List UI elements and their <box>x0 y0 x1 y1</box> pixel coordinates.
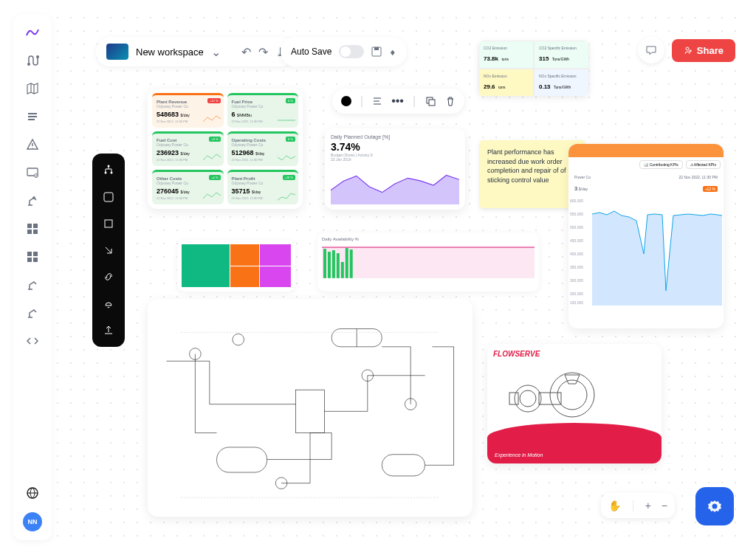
code-icon[interactable] <box>24 332 41 350</box>
robot-arm-icon-2[interactable] <box>24 276 41 294</box>
svg-point-0 <box>27 63 30 66</box>
alert-icon[interactable] <box>24 136 41 154</box>
grid-icon-1[interactable] <box>24 220 41 238</box>
pid-diagram-card[interactable] <box>148 299 472 517</box>
map-icon[interactable] <box>24 80 41 97</box>
kpi-badge: 0 % <box>286 98 295 103</box>
svg-rect-45 <box>382 455 425 476</box>
flowserve-logo: FLOWSERVE <box>487 344 662 364</box>
kpi-value: 236923 <box>157 149 179 156</box>
tool-note-icon[interactable] <box>102 190 115 204</box>
autosave-toggle[interactable] <box>339 45 364 58</box>
valve-drawing <box>502 362 605 428</box>
workspace-selector: New workspace ⌄ ↶ ↷ ⤓ <box>96 37 295 66</box>
em-unit: tons <box>501 57 508 61</box>
robot-arm-icon[interactable] <box>24 192 41 210</box>
svg-text:250,000: 250,000 <box>570 292 583 296</box>
svg-rect-30 <box>341 262 344 278</box>
svg-rect-23 <box>429 100 435 106</box>
pid-diagram <box>152 303 468 512</box>
svg-text:600,000: 600,000 <box>570 199 583 203</box>
em-unit: tons <box>498 85 505 89</box>
flowserve-card[interactable]: FLOWSERVE Experience in Motion <box>487 344 662 463</box>
treemap-card[interactable] <box>177 240 295 292</box>
line-date: 22 Nov 2022, 11:30 PM <box>678 175 718 179</box>
contributing-kpi-pill[interactable]: 📊 Contributing KPIs <box>639 160 682 169</box>
svg-rect-24 <box>322 246 535 278</box>
color-swatch-icon[interactable] <box>341 96 351 106</box>
em-label: NOx Specific Emission <box>539 74 584 78</box>
kpi-tile[interactable]: +4 % Other Costs Odyssey Power Co 276045… <box>152 170 224 204</box>
grid-icon-2[interactable] <box>24 248 41 266</box>
kpi-tile[interactable]: +20 % Plant Profit Odyssey Power Co 3571… <box>227 170 299 204</box>
kpi-unit: $/MMBtu <box>237 113 252 117</box>
robot-arm-icon-3[interactable] <box>24 304 41 322</box>
kpi-card-grid[interactable]: +12 % Plant Revenue Odyssey Power Co 548… <box>148 89 303 209</box>
tool-link-icon[interactable] <box>102 270 115 283</box>
outage-card[interactable]: Daily Planned Outage [%] 3.74% Budget (S… <box>325 128 465 210</box>
kpi-tile[interactable]: +12 % Plant Revenue Odyssey Power Co 548… <box>152 93 224 128</box>
affected-kpi-pill[interactable]: ⚠ Affected KPIs <box>686 160 721 169</box>
svg-rect-26 <box>323 249 326 278</box>
kpi-subtitle: Odyssey Power Co <box>157 181 219 185</box>
kpi-subtitle: Odyssey Power Co <box>232 181 295 185</box>
kpi-unit: $/day <box>255 151 264 156</box>
chevron-down-icon[interactable]: ⌄ <box>211 45 221 59</box>
tool-square-icon[interactable] <box>102 217 115 230</box>
svg-point-57 <box>712 504 718 509</box>
trash-icon[interactable] <box>445 96 456 106</box>
availability-chart <box>322 241 535 284</box>
outage-date: 23 Jan 2019 <box>331 157 459 162</box>
share-button[interactable]: Share <box>672 39 735 62</box>
em-label: NOx Emission <box>484 74 529 78</box>
zoom-in-icon[interactable]: + <box>645 500 651 511</box>
em-value: 315 <box>539 55 549 62</box>
pan-icon[interactable]: ✋ <box>608 500 621 511</box>
redo-icon[interactable]: ↷ <box>258 45 268 59</box>
kpi-value: 548683 <box>157 111 179 118</box>
apple-icon[interactable]: ⬧ <box>389 45 396 58</box>
route-icon[interactable] <box>24 52 41 69</box>
undo-icon[interactable]: ↶ <box>241 45 251 59</box>
svg-rect-15 <box>374 47 379 50</box>
line-company: Power Co <box>574 175 591 179</box>
tool-arrow-icon[interactable] <box>102 244 115 257</box>
svg-text:350,000: 350,000 <box>570 265 583 269</box>
availability-card[interactable]: Daily Availability % <box>317 232 539 292</box>
more-icon[interactable]: ••• <box>391 94 404 108</box>
globe-icon[interactable] <box>24 484 41 502</box>
svg-point-16 <box>686 47 689 50</box>
settings-button[interactable] <box>695 487 734 525</box>
kpi-value: 35715 <box>232 187 250 195</box>
tool-upload-icon[interactable] <box>102 323 115 337</box>
copy-icon[interactable] <box>425 95 436 107</box>
kpi-badge: +12 % <box>207 98 220 103</box>
kpi-value: 512968 <box>232 149 254 156</box>
tool-bell-icon[interactable] <box>102 297 115 310</box>
kpi-tile[interactable]: 0 % Fuel Price Odyssey Power Co 6 $/MMBt… <box>227 93 299 128</box>
avatar[interactable]: NN <box>23 512 42 531</box>
zoom-out-icon[interactable]: − <box>662 500 667 511</box>
tool-flow-icon[interactable] <box>102 164 115 177</box>
kpi-tile[interactable]: 0 % Operating Costs Odyssey Power Co 512… <box>227 131 299 166</box>
comment-button[interactable] <box>638 37 664 63</box>
svg-rect-32 <box>350 249 353 278</box>
kpi-value: 276045 <box>157 187 179 195</box>
svg-rect-5 <box>27 224 32 228</box>
save-icon[interactable] <box>371 46 382 57</box>
kpi-subtitle: Odyssey Power Co <box>232 142 295 147</box>
kpi-badge: +3 % <box>209 137 220 142</box>
kpi-tile[interactable]: +3 % Fuel Cost Odyssey Power Co 236923 $… <box>152 131 224 166</box>
list-icon[interactable] <box>24 108 41 125</box>
autosave-control: Auto Save ⬧ <box>281 37 407 66</box>
logo-icon[interactable] <box>24 24 41 41</box>
svg-rect-56 <box>509 393 518 404</box>
emission-card[interactable]: CO2 Emission73.8k tons CO2 Specific Emis… <box>478 41 589 97</box>
svg-point-52 <box>557 380 587 410</box>
align-icon[interactable] <box>372 96 382 106</box>
svg-point-18 <box>105 172 107 174</box>
revenue-chart-card[interactable]: 📊 Contributing KPIs ⚠ Affected KPIs Powe… <box>568 144 724 328</box>
monitor-icon[interactable] <box>24 164 41 182</box>
app-sidebar: NN <box>13 15 52 540</box>
outage-title: Daily Planned Outage [%] <box>331 134 459 139</box>
